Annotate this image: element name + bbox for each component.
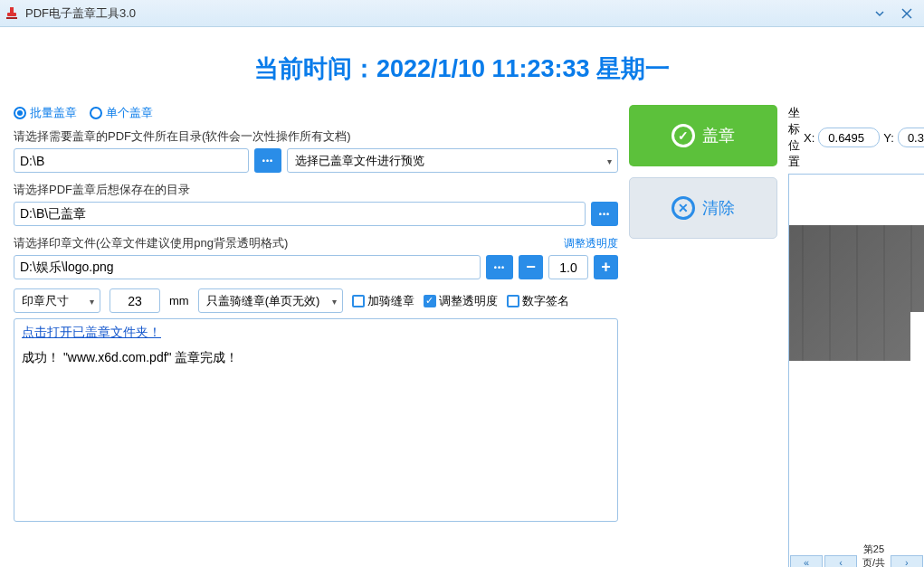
save-dir-browse-button[interactable]: ••• (591, 202, 618, 226)
src-dir-input[interactable] (14, 148, 249, 173)
ride-mode-select[interactable]: 只盖骑缝章(单页无效) ▾ (198, 288, 343, 313)
x-circle-icon: ✕ (672, 196, 695, 220)
preview-select-value: 选择已盖章文件进行预览 (295, 153, 424, 169)
digital-sign-label: 数字签名 (522, 293, 569, 309)
coord-x-value[interactable]: 0.6495 (818, 128, 880, 147)
preview-pane[interactable]: « ‹ 第25页/共161页 › » (788, 174, 924, 567)
adjust-opacity-label: 调整透明度 (439, 293, 498, 309)
nav-prev-button[interactable]: ‹ (824, 555, 857, 567)
minimize-button[interactable] (866, 1, 893, 26)
mode-single-radio[interactable]: 单个盖章 (90, 105, 153, 121)
clear-button[interactable]: ✕ 清除 (629, 177, 777, 239)
src-dir-label: 请选择需要盖章的PDF文件所在目录(软件会一次性操作所有文档) (14, 128, 618, 145)
stamp-file-label: 请选择印章文件(公章文件建议使用png背景透明格式) 调整透明度 (14, 235, 618, 251)
digital-sign-checkbox[interactable]: 数字签名 (507, 293, 569, 309)
add-ride-label: 加骑缝章 (367, 293, 414, 309)
checkbox-unchecked-icon (507, 295, 519, 307)
svg-rect-0 (10, 7, 14, 13)
nav-first-button[interactable]: « (790, 555, 823, 567)
coord-display: 坐标位置 X: 0.6495 Y: 0.3547 (788, 105, 924, 170)
radio-unchecked-icon (90, 107, 102, 119)
stamp-button-label: 盖章 (702, 125, 735, 146)
radio-checked-icon (14, 107, 26, 119)
log-success-line: 成功！ "www.x6d.com.pdf" 盖章完成！ (22, 350, 610, 366)
save-dir-label: 请选择PDF盖章后想保存在的目录 (14, 182, 618, 198)
checkbox-unchecked-icon (352, 295, 365, 307)
adjust-opacity-checkbox[interactable]: ✓ 调整透明度 (424, 293, 498, 309)
log-output: 点击打开已盖章文件夹！ 成功！ "www.x6d.com.pdf" 盖章完成！ (14, 318, 618, 522)
current-time-header: 当前时间：2022/1/10 11:23:33 星期一 (14, 52, 910, 85)
close-button[interactable] (893, 1, 920, 26)
open-stamped-folder-link[interactable]: 点击打开已盖章文件夹！ (22, 325, 610, 341)
clear-button-label: 清除 (702, 197, 735, 219)
coord-y-label: Y: (883, 131, 894, 145)
mm-unit-label: mm (169, 294, 189, 307)
stamp-file-label-text: 请选择印章文件(公章文件建议使用png背景透明格式) (14, 235, 288, 251)
stamp-file-input[interactable] (14, 255, 481, 279)
coord-x-label: X: (804, 131, 814, 145)
opacity-plus-button[interactable]: + (594, 255, 618, 279)
page-nav-bar: « ‹ 第25页/共161页 › » (789, 554, 924, 567)
stamp-size-select-value: 印章尺寸 (22, 293, 69, 309)
save-dir-input[interactable] (14, 202, 586, 226)
ride-mode-value: 只盖骑缝章(单页无效) (206, 293, 320, 309)
mode-batch-label: 批量盖章 (30, 105, 77, 121)
preview-select[interactable]: 选择已盖章文件进行预览 ▾ (287, 148, 618, 173)
mode-single-label: 单个盖章 (106, 105, 153, 121)
stamp-overlay (910, 312, 924, 361)
nav-page-info: 第25页/共161页 (858, 543, 890, 568)
opacity-minus-button[interactable]: − (519, 255, 543, 279)
stamp-button[interactable]: ✓ 盖章 (629, 105, 777, 166)
svg-rect-2 (6, 17, 17, 19)
src-dir-browse-button[interactable]: ••• (254, 148, 281, 173)
title-bar: PDF电子盖章工具3.0 (0, 0, 924, 27)
chevron-down-icon: ▾ (90, 296, 94, 306)
coord-pos-label: 坐标位置 (788, 105, 800, 170)
opacity-value[interactable]: 1.0 (548, 255, 588, 279)
window-title: PDF电子盖章工具3.0 (25, 5, 866, 22)
chevron-down-icon: ▾ (332, 296, 337, 306)
mode-batch-radio[interactable]: 批量盖章 (14, 105, 77, 121)
stamp-size-select[interactable]: 印章尺寸 ▾ (14, 288, 100, 313)
check-circle-icon: ✓ (672, 124, 695, 147)
stamp-size-value[interactable]: 23 (110, 288, 160, 313)
add-ride-checkbox[interactable]: 加骑缝章 (352, 293, 414, 309)
checkbox-checked-icon: ✓ (424, 295, 436, 307)
stamp-file-browse-button[interactable]: ••• (486, 255, 513, 279)
chevron-down-icon: ▾ (607, 156, 612, 165)
coord-y-value[interactable]: 0.3547 (898, 128, 924, 147)
svg-rect-1 (7, 13, 16, 16)
adjust-opacity-link[interactable]: 调整透明度 (564, 236, 618, 251)
preview-page-image (788, 225, 924, 361)
app-stamp-icon (4, 5, 20, 22)
nav-next-button[interactable]: › (891, 555, 923, 567)
